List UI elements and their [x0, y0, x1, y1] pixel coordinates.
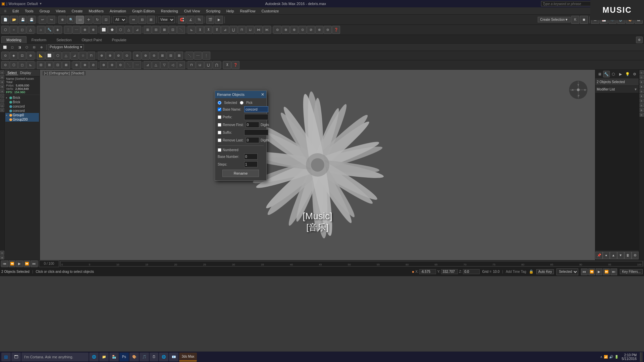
percent-snap[interactable]: % [195, 16, 203, 24]
rect-select-btn[interactable]: ▭ [76, 16, 84, 24]
ic-btn22[interactable]: ⋱ [185, 52, 194, 60]
ic2-btn9[interactable]: ⊕ [72, 61, 80, 69]
set-key-btn[interactable]: ⏹ [580, 16, 588, 24]
rm-btn8[interactable]: ⊝ [640, 103, 644, 107]
ic2-btn1[interactable]: ⊙ [1, 61, 9, 69]
tb2-btn31[interactable]: ⋉ [263, 26, 271, 34]
tray-volume[interactable]: 🔊 [609, 355, 613, 359]
ic2-btn25[interactable]: ⋂ [213, 61, 221, 69]
ic-btn19[interactable]: ⊞ [158, 52, 166, 60]
dialog-title-bar[interactable]: Rename Objects ✕ [215, 91, 266, 98]
rp-motion-tab[interactable]: ▶ [617, 71, 624, 77]
ic-btn21[interactable]: ⊠ [175, 52, 183, 60]
menu-animation[interactable]: Animation [107, 8, 129, 14]
mod-active-btn[interactable]: ● [603, 252, 610, 259]
menu-scripting[interactable]: Scripting [203, 8, 223, 14]
tb2-btn7[interactable]: ◈ [54, 26, 62, 34]
key-filters-btn[interactable]: Key Filters... [620, 269, 643, 274]
ic2-btn15[interactable]: ⋱ [125, 61, 133, 69]
rp-display-tab[interactable]: 🖥 [596, 71, 603, 77]
selected-dropdown[interactable]: Selected [556, 268, 578, 275]
rename-button[interactable]: Rename [222, 170, 259, 177]
auto-key-btn[interactable]: Auto Key [536, 269, 554, 274]
ic-btn24[interactable]: ⋮ [202, 52, 210, 60]
array-btn[interactable]: ⊞ [147, 16, 155, 24]
ic2-btn14[interactable]: ⊝ [116, 61, 124, 69]
mod-pin-btn[interactable]: 📌 [595, 252, 603, 259]
ls-btn9[interactable]: ▽ [0, 108, 4, 112]
ic-btn15[interactable]: ⊙ [123, 52, 131, 60]
menu-realflow[interactable]: RealFlow [237, 8, 258, 14]
viewport-gizmo[interactable]: Y X -Y -X [568, 80, 588, 100]
move-btn[interactable]: ✛ [85, 16, 93, 24]
tb2-btn11[interactable]: ⊗ [89, 26, 97, 34]
undo-btn[interactable]: ↩ [39, 16, 47, 24]
tb2-btn21[interactable]: ⋱ [177, 26, 185, 34]
rm-btn1[interactable]: ⊙ [640, 70, 644, 74]
viewport-label[interactable]: [+] [Orthographic] [Shaded] [43, 71, 86, 75]
tb2-btn25[interactable]: ⊽ [213, 26, 221, 34]
rm-btn9[interactable]: ⊞ [640, 108, 644, 112]
menu-group[interactable]: Group [37, 8, 53, 14]
tab-selection[interactable]: Selection [51, 36, 76, 43]
rp-hierarchy-tab[interactable]: ⬡ [610, 71, 617, 77]
tb2-btn18[interactable]: ⊟ [152, 26, 160, 34]
ic2-btn8[interactable]: ⊠ [62, 61, 70, 69]
select-object-btn[interactable]: ⊕ [58, 16, 66, 24]
ls-bottom1[interactable]: ⊡ [0, 251, 4, 255]
rp-display-panel-tab[interactable]: 💡 [624, 71, 631, 77]
anim-ctrl-3[interactable]: ▶ [596, 268, 602, 275]
ls-btn7[interactable]: ⋯ [0, 99, 4, 103]
key-mode-btn[interactable]: K [571, 16, 579, 24]
ic2-btn23[interactable]: ⊔ [196, 61, 204, 69]
ic2-btn2[interactable]: ⬡ [10, 61, 18, 69]
poly-btn1[interactable]: ⬜ [1, 44, 8, 50]
list-item[interactable]: Group200 [5, 117, 39, 122]
ic2-btn27[interactable]: ❓ [231, 61, 239, 69]
cortana-search[interactable]: I'm Cortana. Ask me anything. [21, 353, 89, 361]
taskbar-3dsmax[interactable]: 3ds Max [179, 353, 197, 361]
taskbar-ps[interactable]: Ps [119, 353, 129, 361]
base-name-checkbox[interactable] [218, 108, 221, 111]
create-selection-btn[interactable]: Create Selection▼ [538, 17, 571, 22]
time-lock-icon[interactable]: 🔒 [529, 269, 534, 274]
tb2-btn37[interactable]: ⊗ [315, 26, 323, 34]
tab-config-btn[interactable]: ⚙ [636, 37, 643, 43]
ic2-btn17[interactable]: ⊿ [144, 61, 152, 69]
ic-btn11[interactable]: ⊓ [87, 52, 95, 60]
ic2-btn19[interactable]: ▽ [160, 61, 168, 69]
poly-btn5[interactable]: ⊟ [31, 44, 38, 50]
rp-modify-tab[interactable]: 🔧 [603, 71, 610, 77]
remove-first-input[interactable] [246, 122, 259, 128]
tray-network[interactable]: 📶 [604, 355, 608, 359]
tb2-btn5[interactable]: ⌂ [37, 26, 45, 34]
rp-utilities-tab[interactable]: ⚙ [631, 71, 638, 77]
workspace-dropdown[interactable]: ▼ [39, 2, 42, 5]
tab-populate[interactable]: Populate [107, 36, 131, 43]
tb2-btn8[interactable]: ⋮ [64, 26, 72, 34]
tb2-btn22[interactable]: ⊾ [187, 26, 196, 34]
tb2-btn16[interactable]: ⊿ [133, 26, 141, 34]
rm-btn7[interactable]: ⊚ [640, 99, 644, 103]
tb2-btn23[interactable]: ⊻ [196, 26, 204, 34]
ic-btn2[interactable]: ◈ [10, 52, 18, 60]
ic2-btn20[interactable]: ◁ [169, 61, 177, 69]
ic-btn6[interactable]: ⬜ [45, 52, 53, 60]
scale-btn[interactable]: ⊡ [102, 16, 110, 24]
tb2-btn20[interactable]: ⊡ [169, 26, 177, 34]
ls-btn1[interactable]: ⊙ [0, 70, 4, 74]
tb2-btn32[interactable]: ⊝ [273, 26, 281, 34]
ic-btn13[interactable]: ⊗ [106, 52, 114, 60]
tb2-btn13[interactable]: ⬟ [108, 26, 116, 34]
menu-customize[interactable]: Customize [259, 8, 281, 14]
tb2-btn33[interactable]: ⊛ [282, 26, 290, 34]
angle-snap[interactable]: ∡ [186, 16, 195, 24]
list-item[interactable]: concord [5, 109, 39, 113]
menu-views[interactable]: Views [53, 8, 68, 14]
ic2-btn4[interactable]: ⊾ [26, 61, 35, 69]
tb2-btn38[interactable]: ⊖ [324, 26, 332, 34]
numbered-checkbox[interactable] [218, 148, 221, 152]
ic2-btn26[interactable]: ⊼ [223, 61, 231, 69]
list-item[interactable]: Brick [5, 100, 39, 104]
ic2-btn11[interactable]: ⊘ [89, 61, 97, 69]
